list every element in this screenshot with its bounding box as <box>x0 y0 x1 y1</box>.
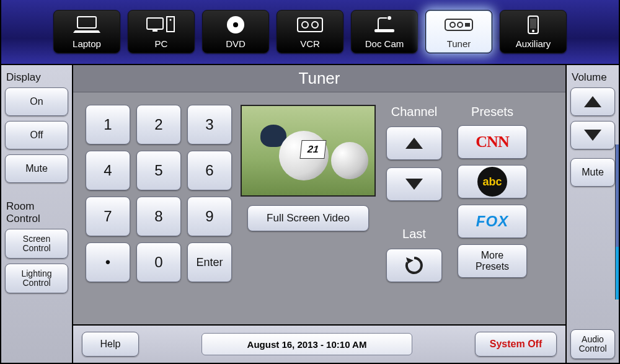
source-label: PC <box>155 38 168 49</box>
svg-point-8 <box>302 22 308 28</box>
svg-rect-1 <box>147 18 163 29</box>
keypad: 1 2 3 4 5 6 7 8 9 • 0 Enter <box>86 105 232 317</box>
source-label: VCR <box>300 38 320 49</box>
svg-rect-0 <box>78 17 96 28</box>
source-label: Tuner <box>447 38 471 49</box>
disc-icon <box>203 11 268 38</box>
abc-logo: abc <box>477 167 507 197</box>
key-dot[interactable]: • <box>86 242 130 282</box>
room-control-section-label: Room Control <box>5 198 68 229</box>
key-enter[interactable]: Enter <box>187 242 232 282</box>
presets-label: Presets <box>471 105 513 119</box>
key-8[interactable]: 8 <box>136 197 181 236</box>
display-off-button[interactable]: Off <box>5 121 68 149</box>
svg-rect-2 <box>153 29 157 32</box>
preset-cnn[interactable]: CNN <box>458 125 527 159</box>
laptop-icon <box>54 11 120 38</box>
volume-level <box>616 247 619 300</box>
full-screen-button[interactable]: Full Screen Video <box>247 205 369 231</box>
display-section-label: Display <box>5 69 68 87</box>
key-0[interactable]: 0 <box>136 242 181 282</box>
video-preview[interactable]: 21 <box>241 105 376 197</box>
jersey-number: 21 <box>299 140 326 159</box>
source-label: Doc Cam <box>365 38 404 49</box>
source-auxiliary[interactable]: Auxiliary <box>500 10 567 53</box>
tuner-icon <box>426 11 492 38</box>
chevron-up-icon <box>405 138 423 149</box>
more-presets-button[interactable]: More Presets <box>458 244 527 278</box>
svg-point-11 <box>388 16 391 20</box>
svg-point-6 <box>233 22 238 27</box>
source-bar: Laptop PC DVD VCR Doc Cam Tuner Auxili <box>0 0 620 65</box>
svg-point-9 <box>312 22 318 28</box>
cnn-logo: CNN <box>476 133 508 151</box>
svg-point-18 <box>532 30 534 32</box>
bottom-bar: Help August 16, 2013 - 10:10 AM System O… <box>73 324 565 363</box>
channel-down-button[interactable] <box>386 167 442 201</box>
help-button[interactable]: Help <box>82 332 139 357</box>
source-tuner[interactable]: Tuner <box>425 10 492 53</box>
source-label: Laptop <box>73 38 101 49</box>
key-7[interactable]: 7 <box>86 197 130 236</box>
doc-cam-icon <box>352 11 417 38</box>
source-label: DVD <box>226 38 246 49</box>
preset-abc[interactable]: abc <box>458 165 527 198</box>
last-label: Last <box>402 227 426 241</box>
channel-up-button[interactable] <box>386 127 442 160</box>
svg-rect-15 <box>465 23 470 27</box>
volume-section-label: Volume <box>570 69 615 87</box>
source-dvd[interactable]: DVD <box>202 10 269 53</box>
svg-point-14 <box>458 22 463 27</box>
chevron-down-icon <box>405 179 423 190</box>
key-3[interactable]: 3 <box>187 105 232 144</box>
key-4[interactable]: 4 <box>86 151 130 190</box>
svg-rect-17 <box>530 19 536 29</box>
center-panel: Tuner 1 2 3 4 5 6 7 8 9 • 0 Enter <box>73 65 565 364</box>
refresh-icon <box>404 255 425 276</box>
device-icon <box>500 11 566 38</box>
last-channel-button[interactable] <box>386 249 442 282</box>
key-1[interactable]: 1 <box>86 105 130 144</box>
system-off-button[interactable]: System Off <box>475 332 557 357</box>
svg-rect-10 <box>374 29 394 32</box>
audio-control-button[interactable]: Audio Control <box>570 329 615 359</box>
source-label: Auxiliary <box>516 38 551 49</box>
chevron-down-icon <box>584 130 601 141</box>
right-panel: Volume Mute Audio Control <box>565 65 620 364</box>
volume-mute-button[interactable]: Mute <box>570 158 615 187</box>
display-on-button[interactable]: On <box>5 87 68 116</box>
display-mute-button[interactable]: Mute <box>5 154 68 183</box>
page-title: Tuner <box>73 65 565 92</box>
key-9[interactable]: 9 <box>187 197 232 236</box>
volume-up-button[interactable] <box>570 87 615 116</box>
lighting-control-button[interactable]: Lighting Control <box>5 264 68 293</box>
pc-icon <box>128 11 194 38</box>
key-5[interactable]: 5 <box>136 151 181 190</box>
volume-down-button[interactable] <box>570 121 615 149</box>
key-6[interactable]: 6 <box>187 151 232 190</box>
cassette-icon <box>277 11 343 38</box>
screen-control-button[interactable]: Screen Control <box>5 229 68 259</box>
volume-track[interactable] <box>615 144 619 300</box>
preset-fox[interactable]: FOX <box>458 205 527 238</box>
svg-point-13 <box>450 22 455 27</box>
source-vcr[interactable]: VCR <box>277 10 343 53</box>
source-pc[interactable]: PC <box>128 10 195 53</box>
fox-logo: FOX <box>476 213 508 230</box>
chevron-up-icon <box>584 96 601 107</box>
left-panel: Display On Off Mute Room Control Screen … <box>0 65 73 364</box>
key-2[interactable]: 2 <box>136 105 181 144</box>
datetime-display: August 16, 2013 - 10:10 AM <box>202 333 412 355</box>
source-laptop[interactable]: Laptop <box>53 10 120 53</box>
channel-label: Channel <box>391 105 438 119</box>
source-doccam[interactable]: Doc Cam <box>351 10 418 53</box>
svg-point-4 <box>170 19 172 20</box>
